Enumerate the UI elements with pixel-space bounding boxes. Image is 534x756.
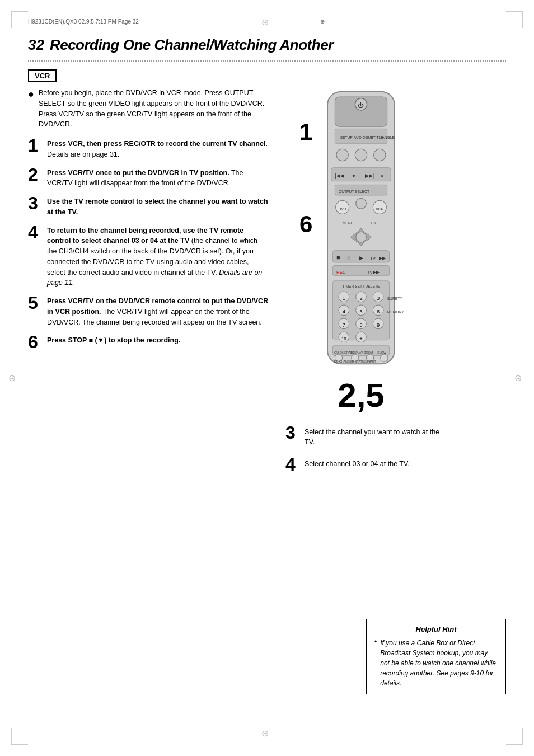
step-2: 2 Press VCR/TV once to put the DVD/VCR i… <box>28 166 269 189</box>
svg-text:TV▶▶: TV▶▶ <box>367 270 380 275</box>
corner-tl <box>11 11 28 28</box>
svg-text:SETUP: SETUP <box>340 135 353 139</box>
svg-text:ZOOM: ZOOM <box>364 351 373 354</box>
step-3-text: Use the TV remote control to select the … <box>47 194 269 218</box>
svg-text:⏻: ⏻ <box>358 102 364 109</box>
page-number: 32 <box>28 36 44 54</box>
svg-point-30 <box>356 232 367 242</box>
svg-text:1: 1 <box>343 295 345 301</box>
svg-point-10 <box>355 149 367 161</box>
svg-text:DVD: DVD <box>339 207 346 211</box>
svg-text:REC: REC <box>336 270 346 275</box>
reg-mark-bottom <box>261 728 273 739</box>
svg-text:SLOW: SLOW <box>377 351 387 354</box>
svg-text:⏸: ⏸ <box>352 270 357 275</box>
step-6-text: Press STOP ■ (▼) to stop the recording. <box>47 333 180 346</box>
svg-point-75 <box>381 354 388 361</box>
svg-text:10: 10 <box>341 336 346 341</box>
corner-bl <box>11 728 28 745</box>
step-5: 5 Press VCR/TV on the DVD/VCR remote con… <box>28 294 269 327</box>
svg-text:DB CHANGER STATUS/INPUT: DB CHANGER STATUS/INPUT <box>334 360 376 363</box>
corner-br <box>506 728 523 745</box>
step-2-text: Press VCR/TV once to put the DVD/VCR in … <box>47 166 269 189</box>
svg-text:ANGLE: ANGLE <box>382 135 395 139</box>
step-4: 4 To return to the channel being recorde… <box>28 223 269 289</box>
step-1: 1 Press VCR, then press REC/OTR to recor… <box>28 137 269 160</box>
overlay-step-6-number: 6 <box>299 211 312 238</box>
svg-text:7: 7 <box>343 322 345 328</box>
svg-text:2: 2 <box>359 295 362 301</box>
svg-text:+: + <box>359 336 362 341</box>
svg-text:4: 4 <box>343 309 345 314</box>
intro-bullet-block: ● Before you begin, place the DVD/VCR in… <box>28 88 269 130</box>
svg-text:9: 9 <box>377 322 380 328</box>
reg-mark-right <box>514 373 526 384</box>
svg-text:OK: OK <box>371 221 376 225</box>
svg-text:6: 6 <box>377 309 380 314</box>
step-4-number: 4 <box>28 223 41 241</box>
svg-point-21 <box>356 198 367 209</box>
corner-tr <box>506 11 523 28</box>
step-1-number: 1 <box>28 137 41 154</box>
step-3: 3 Use the TV remote control to select th… <box>28 194 269 218</box>
main-layout: ● Before you begin, place the DVD/VCR in… <box>28 88 506 481</box>
intro-text: Before you begin, place the DVD/VCR in V… <box>39 88 269 130</box>
right-step-3-number: 3 <box>285 424 299 442</box>
svg-text:8: 8 <box>359 322 362 328</box>
right-step-4: 4 Select channel 03 or 04 at the TV. <box>285 456 442 473</box>
right-step-3: 3 Select the channel you want to watch a… <box>285 424 442 448</box>
svg-point-11 <box>374 149 386 161</box>
hint-bullet-block: • If you use a Cable Box or Direct Broad… <box>374 638 498 688</box>
svg-text:OUTPUT SELECT: OUTPUT SELECT <box>339 190 369 194</box>
hint-bullet-icon: • <box>374 638 377 688</box>
page-container: H9231CD(EN).QX3 02.9.5 7:13 PM Page 32 ⊕… <box>0 0 534 756</box>
svg-text:■: ■ <box>336 254 340 261</box>
vcr-label: VCR <box>28 69 57 82</box>
svg-text:▶▶: ▶▶ <box>379 256 386 261</box>
dotted-separator <box>28 60 506 62</box>
step-5-text: Press VCR/TV on the DVD/VCR remote contr… <box>47 294 269 327</box>
reg-mark-top <box>261 17 273 28</box>
svg-text:3: 3 <box>377 295 380 301</box>
reg-mark-left <box>8 373 20 384</box>
header-left-text: H9231CD(EN).QX3 02.9.5 7:13 PM Page 32 <box>28 18 139 25</box>
svg-text:VCR: VCR <box>376 207 383 211</box>
svg-text:TIMER SET / DELETE: TIMER SET / DELETE <box>343 284 380 288</box>
step-2-number: 2 <box>28 166 41 184</box>
remote-container: 1 6 ⏻ SETUP AUDIO SUBTITLE ANGLE <box>316 88 406 373</box>
svg-text:DISPLAY: DISPLAY <box>350 351 363 354</box>
step-6: 6 Press STOP ■ (▼) to stop the recording… <box>28 333 269 351</box>
hint-title: Helpful Hint <box>374 625 498 633</box>
svg-text:TV: TV <box>370 256 376 261</box>
svg-point-9 <box>336 149 348 161</box>
header-crosshair: ⊕ <box>320 18 325 25</box>
bullet-icon: ● <box>28 89 34 130</box>
svg-text:SURETY: SURETY <box>387 297 403 300</box>
right-steps: 3 Select the channel you want to watch a… <box>280 424 442 482</box>
svg-text:5: 5 <box>359 309 362 314</box>
helpful-hint-box: Helpful Hint • If you use a Cable Box or… <box>366 619 506 694</box>
step-3-number: 3 <box>28 194 41 212</box>
step-1-text: Press VCR, then press REC/OTR to record … <box>47 137 269 160</box>
svg-text:⏸: ⏸ <box>346 255 351 261</box>
svg-text:▶: ▶ <box>359 255 363 261</box>
step-4-text: To return to the channel being recorded,… <box>47 223 269 289</box>
right-column: 1 6 ⏻ SETUP AUDIO SUBTITLE ANGLE <box>280 88 442 481</box>
svg-text:AUDIO: AUDIO <box>354 135 366 139</box>
hint-text: If you use a Cable Box or Direct Broadca… <box>380 638 498 688</box>
svg-text:▶▶|: ▶▶| <box>365 173 374 179</box>
page-title: Recording One Channel/Watching Another <box>50 36 334 54</box>
step-5-number: 5 <box>28 294 41 312</box>
big-steps-label: 2,5 <box>338 379 384 412</box>
right-step-4-text: Select channel 03 or 04 at the TV. <box>305 456 410 469</box>
svg-text:SUBTITLE: SUBTITLE <box>366 135 383 139</box>
remote-illustration: ⏻ SETUP AUDIO SUBTITLE ANGLE |◀◀ ● ▶▶| <box>316 88 406 372</box>
right-step-3-text: Select the channel you want to watch at … <box>305 424 442 448</box>
svg-text:A: A <box>381 173 384 179</box>
svg-text:MEMORY: MEMORY <box>387 310 404 314</box>
overlay-step-1-number: 1 <box>299 119 312 145</box>
step-6-number: 6 <box>28 333 41 351</box>
svg-text:●: ● <box>352 173 355 179</box>
svg-text:MENU: MENU <box>343 221 354 225</box>
svg-text:|◀◀: |◀◀ <box>335 173 344 179</box>
